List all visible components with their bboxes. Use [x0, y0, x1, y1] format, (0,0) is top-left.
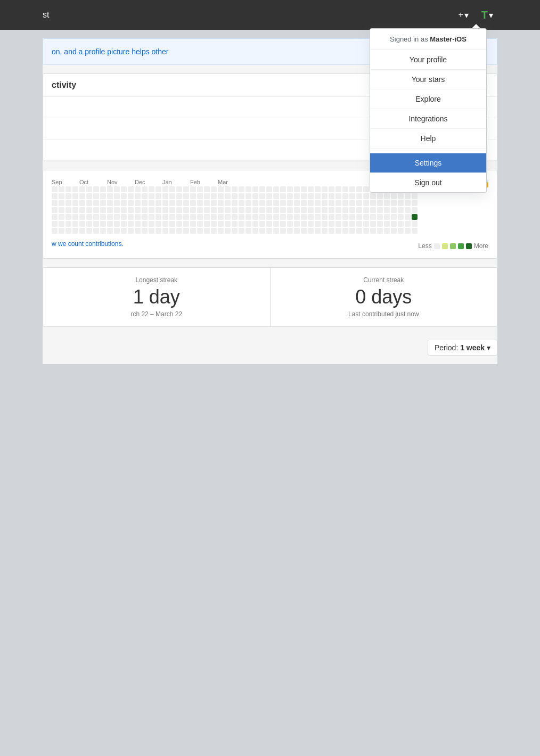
cal-cell-30-2	[259, 200, 265, 206]
cal-cell-17-1	[169, 193, 175, 199]
cal-cell-3-0	[72, 186, 78, 192]
cal-cell-6-1	[93, 193, 99, 199]
calendar-column-1	[59, 186, 64, 234]
cal-cell-1-4	[59, 214, 64, 220]
calendar-column-18	[176, 186, 182, 234]
cal-cell-48-5	[384, 221, 390, 227]
cal-cell-44-3	[356, 207, 362, 213]
cal-cell-3-1	[72, 193, 78, 199]
month-dec: Dec	[135, 179, 162, 185]
contributions-link[interactable]: w we count contributions.	[52, 240, 124, 248]
cal-cell-16-3	[162, 207, 168, 213]
cal-cell-41-5	[336, 221, 341, 227]
calendar-column-5	[86, 186, 92, 234]
cal-cell-28-1	[246, 193, 251, 199]
cal-cell-22-5	[204, 221, 210, 227]
cal-cell-39-0	[322, 186, 328, 192]
cal-cell-25-4	[225, 214, 231, 220]
cal-cell-23-0	[211, 186, 217, 192]
dropdown-item-profile[interactable]: Your profile	[370, 50, 486, 70]
cal-cell-25-5	[225, 221, 231, 227]
current-streak-count: 0 days	[279, 286, 489, 308]
cal-cell-29-6	[252, 228, 258, 234]
longest-streak-dates: rch 22 – March 22	[52, 310, 261, 318]
calendar-column-16	[162, 186, 168, 234]
cal-cell-22-2	[204, 200, 210, 206]
cal-cell-10-2	[121, 200, 127, 206]
new-item-button[interactable]: + ▾	[454, 8, 472, 22]
cal-cell-14-1	[149, 193, 154, 199]
cal-cell-7-4	[100, 214, 106, 220]
cal-cell-19-3	[183, 207, 189, 213]
cal-cell-34-6	[287, 228, 293, 234]
dropdown-item-stars[interactable]: Your stars	[370, 70, 486, 89]
cal-cell-3-5	[72, 221, 78, 227]
cal-cell-45-6	[363, 228, 369, 234]
dropdown-item-explore[interactable]: Explore	[370, 89, 486, 109]
cal-cell-47-5	[377, 221, 383, 227]
month-mar: Mar	[218, 179, 246, 185]
dropdown-item-integrations[interactable]: Integrations	[370, 109, 486, 129]
cal-cell-4-6	[79, 228, 85, 234]
cal-cell-13-2	[142, 200, 148, 206]
cal-cell-38-3	[315, 207, 321, 213]
cal-cell-19-4	[183, 214, 189, 220]
cal-cell-29-3	[252, 207, 258, 213]
cal-cell-0-2	[52, 200, 58, 206]
cal-cell-11-6	[128, 228, 134, 234]
cal-cell-18-4	[176, 214, 182, 220]
cal-cell-38-0	[315, 186, 321, 192]
cal-cell-5-4	[86, 214, 92, 220]
cal-cell-35-4	[294, 214, 300, 220]
cal-cell-47-1	[377, 193, 383, 199]
cal-cell-45-4	[363, 214, 369, 220]
cal-cell-11-2	[128, 200, 134, 206]
cal-cell-40-5	[329, 221, 334, 227]
calendar-column-46	[370, 186, 376, 234]
cal-cell-2-5	[66, 221, 71, 227]
calendar-column-30	[259, 186, 265, 234]
cal-cell-33-1	[280, 193, 286, 199]
cal-cell-5-5	[86, 221, 92, 227]
cal-cell-31-6	[266, 228, 272, 234]
cal-cell-40-0	[329, 186, 334, 192]
cal-cell-52-6	[412, 228, 418, 234]
cal-cell-16-0	[162, 186, 168, 192]
cal-cell-26-4	[232, 214, 238, 220]
calendar-column-31	[266, 186, 272, 234]
cal-cell-25-0	[225, 186, 231, 192]
dropdown-item-signout[interactable]: Sign out	[370, 173, 486, 192]
cal-cell-0-6	[52, 228, 58, 234]
cal-cell-22-0	[204, 186, 210, 192]
cal-cell-31-0	[266, 186, 272, 192]
cal-cell-15-4	[156, 214, 161, 220]
cal-cell-41-2	[336, 200, 341, 206]
cal-cell-39-1	[322, 193, 328, 199]
cal-cell-35-1	[294, 193, 300, 199]
dropdown-item-settings[interactable]: Settings	[370, 153, 486, 173]
cal-cell-30-1	[259, 193, 265, 199]
cal-cell-27-2	[239, 200, 244, 206]
period-selector-button[interactable]: Period: 1 week ▾	[428, 340, 497, 356]
cal-cell-26-5	[232, 221, 238, 227]
cal-cell-18-2	[176, 200, 182, 206]
cal-cell-8-5	[107, 221, 113, 227]
cal-cell-35-3	[294, 207, 300, 213]
cal-cell-19-6	[183, 228, 189, 234]
cal-cell-21-0	[197, 186, 203, 192]
cal-cell-52-3	[412, 207, 418, 213]
cal-cell-13-6	[142, 228, 148, 234]
cal-cell-15-5	[156, 221, 161, 227]
cal-cell-5-6	[86, 228, 92, 234]
user-menu-button[interactable]: T ▾ Signed in as Master-iOS Your profile…	[477, 7, 497, 23]
cal-cell-30-4	[259, 214, 265, 220]
cal-cell-42-4	[342, 214, 348, 220]
legend-box-0	[434, 243, 440, 249]
cal-cell-20-6	[190, 228, 196, 234]
cal-cell-16-4	[162, 214, 168, 220]
cal-cell-12-1	[135, 193, 141, 199]
cal-cell-30-0	[259, 186, 265, 192]
cal-cell-15-6	[156, 228, 161, 234]
dropdown-item-help[interactable]: Help	[370, 129, 486, 149]
github-logo: T	[481, 9, 488, 21]
